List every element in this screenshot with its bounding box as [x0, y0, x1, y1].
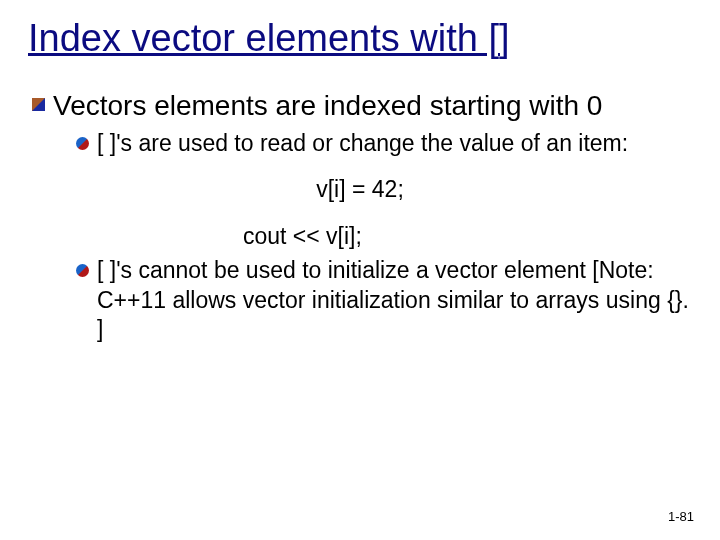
circle-bullet-icon: [76, 137, 89, 150]
slide-title: Index vector elements with []: [28, 18, 692, 60]
slide: Index vector elements with [] Vectors el…: [0, 0, 720, 540]
circle-bullet-icon: [76, 264, 89, 277]
square-bullet-icon: [32, 98, 45, 111]
code-example-2: cout << v[i];: [243, 223, 692, 250]
bullet-text: Vectors elements are indexed starting wi…: [53, 88, 602, 123]
bullet-level1: Vectors elements are indexed starting wi…: [32, 88, 692, 123]
page-number: 1-81: [668, 509, 694, 524]
bullet-level2: [ ]'s cannot be used to initialize a vec…: [76, 256, 692, 344]
subbullet-text: [ ]'s cannot be used to initialize a vec…: [97, 256, 692, 344]
bullet-level2: [ ]'s are used to read or change the val…: [76, 129, 692, 158]
subbullet-text: [ ]'s are used to read or change the val…: [97, 129, 628, 158]
code-example-1: v[i] = 42;: [28, 176, 692, 203]
